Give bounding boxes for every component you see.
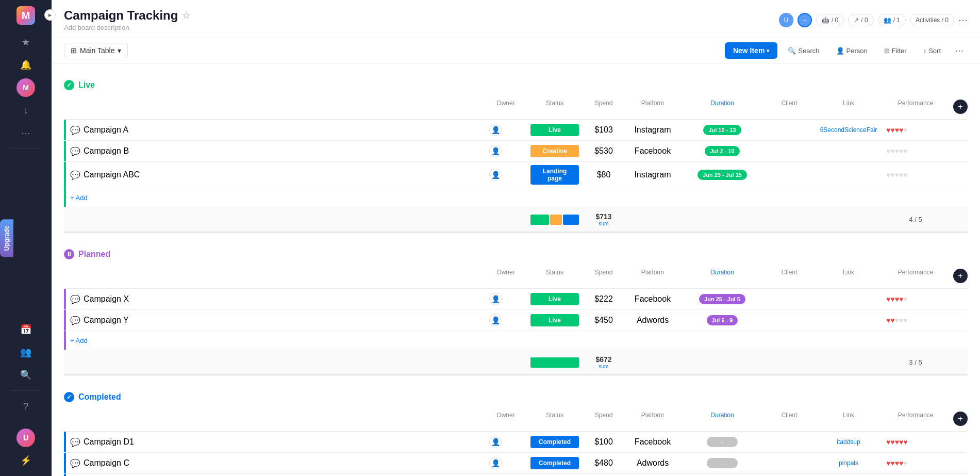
row-name-cell: 💬 Campaign B (66, 143, 485, 159)
group-completed-name: Completed (78, 392, 121, 402)
add-row-label[interactable]: + Add (66, 334, 968, 348)
row-spend-cell: $103 (583, 122, 624, 138)
owner-avatar[interactable]: 👤 (489, 457, 502, 469)
heart-3: ♥ (895, 126, 899, 134)
add-row-planned[interactable]: + Add (64, 331, 968, 350)
status-badge[interactable]: Completed (530, 457, 579, 469)
heart-3: ♥ (895, 295, 899, 303)
person-filter-button[interactable]: 👤 Person (830, 44, 874, 58)
header-actions: U → 🤖/ 0 ↗/ 0 👥/ 1 Activities / 0 ⋯ (779, 13, 968, 27)
col-add[interactable]: + (949, 408, 968, 429)
comment-icon[interactable]: 💬 (70, 437, 80, 447)
table-icon: ⊞ (71, 46, 77, 55)
comment-icon[interactable]: 💬 (70, 125, 80, 135)
row-status-cell[interactable]: Completed (526, 454, 583, 472)
app-logo[interactable]: M (16, 6, 35, 25)
row-link-cell[interactable]: pinpals (815, 456, 882, 470)
comment-icon[interactable]: 💬 (70, 170, 80, 180)
board-description[interactable]: Add board description (64, 24, 190, 31)
row-owner-cell: 👤 (485, 454, 526, 472)
status-badge[interactable]: Live (530, 314, 579, 326)
row-status-cell[interactable]: Landing page (526, 162, 583, 188)
row-name: Campaign ABC (84, 170, 140, 179)
sidebar-item-help[interactable]: ? (16, 397, 35, 416)
sidebar-item-calendar[interactable]: 📅 (16, 320, 35, 339)
group-planned-header[interactable]: ⏸ Planned (64, 245, 968, 264)
owner-avatar[interactable]: 👤 (489, 124, 502, 136)
row-status-cell[interactable]: Creative (526, 142, 583, 160)
search-button[interactable]: 🔍 Search (782, 44, 825, 58)
row-status-cell[interactable]: Live (526, 121, 583, 139)
sidebar-item-more[interactable]: ⋯ (16, 124, 35, 142)
add-row-completed[interactable]: + Add (64, 474, 968, 476)
sidebar-item-flash[interactable]: ⚡ (16, 451, 35, 470)
row-link-cell (815, 296, 882, 302)
sort-button[interactable]: ↕ Sort (917, 44, 947, 58)
sidebar-collapse-btn[interactable]: ▸ (44, 9, 56, 21)
upgrade-tab[interactable]: Upgrade (0, 219, 13, 257)
header-invite-count[interactable]: 👥/ 1 (878, 14, 906, 26)
status-badge[interactable]: Completed (530, 436, 579, 448)
sidebar-item-team[interactable]: 👥 (16, 343, 35, 362)
row-link-cell[interactable]: itaddsup (815, 435, 882, 449)
add-row-live[interactable]: + Add (64, 188, 968, 207)
add-column-btn-completed[interactable]: + (953, 412, 968, 426)
completed-col-headers: Owner Status Spend Platform Duration Cli… (64, 406, 968, 432)
new-item-button[interactable]: New Item ▾ (725, 42, 777, 59)
add-column-btn-live[interactable]: + (953, 100, 968, 114)
main-table-btn[interactable]: ⊞ Main Table ▾ (64, 43, 128, 58)
row-status-cell[interactable]: Live (526, 290, 583, 308)
header-robot-count[interactable]: 🤖/ 0 (816, 14, 844, 26)
heart-2: ♥ (890, 316, 894, 324)
row-status-cell[interactable]: Live (526, 311, 583, 330)
col-duration: Duration (681, 96, 763, 117)
comment-icon[interactable]: 💬 (70, 294, 80, 304)
header-share-count[interactable]: ↗/ 0 (848, 14, 873, 26)
heart-4: ♥ (899, 438, 903, 446)
row-link-cell (815, 317, 882, 323)
heart-2: ♥ (890, 438, 894, 446)
board-star-icon[interactable]: ☆ (182, 10, 190, 21)
comment-icon[interactable]: 💬 (70, 316, 80, 325)
status-badge[interactable]: Live (530, 124, 579, 136)
header-more-btn[interactable]: ⋯ (958, 14, 968, 26)
heart-5: ♥ (903, 171, 907, 179)
owner-avatar[interactable]: 👤 (489, 169, 502, 181)
row-link-cell[interactable]: 6SecondScienceFair (815, 123, 882, 137)
filter-button[interactable]: ⊟ Filter (878, 44, 913, 58)
owner-avatar[interactable]: 👤 (489, 145, 502, 157)
sidebar-item-notifications[interactable]: 🔔 (16, 56, 35, 74)
comment-icon[interactable]: 💬 (70, 146, 80, 156)
sidebar-item-download[interactable]: ↓ (16, 101, 35, 120)
header-activities[interactable]: Activities / 0 (910, 14, 954, 26)
col-duration: Duration (681, 266, 763, 286)
status-badge[interactable]: Live (530, 293, 579, 305)
row-perf-cell: ♥ ♥ ♥ ♥ ♥ (882, 123, 949, 137)
owner-avatar[interactable]: 👤 (489, 314, 502, 326)
group-completed-header[interactable]: ✓ Completed (64, 388, 968, 406)
toolbar-more-btn[interactable]: ⋯ (951, 43, 968, 59)
row-status-cell[interactable]: Completed (526, 433, 583, 451)
header-avatar[interactable]: U (779, 13, 793, 27)
row-name: Campaign X (84, 294, 129, 304)
user-avatar[interactable]: U (16, 429, 35, 447)
status-badge[interactable]: Landing page (530, 165, 579, 185)
sidebar-item-search[interactable]: 🔍 (16, 366, 35, 384)
col-add[interactable]: + (949, 266, 968, 286)
heart-2: ♥ (890, 459, 894, 467)
add-row-label[interactable]: + Add (66, 191, 968, 205)
sidebar-user-avatar[interactable]: M (16, 78, 35, 97)
owner-avatar[interactable]: 👤 (489, 436, 502, 448)
heart-5: ♥ (903, 147, 907, 155)
header-avatar-2[interactable]: → (798, 13, 812, 27)
status-badge[interactable]: Creative (530, 145, 579, 157)
comment-icon[interactable]: 💬 (70, 458, 80, 468)
owner-avatar[interactable]: 👤 (489, 293, 502, 305)
group-live-name: Live (78, 80, 95, 90)
col-link: Link (815, 96, 882, 117)
add-column-btn-planned[interactable]: + (953, 269, 968, 283)
group-live-header[interactable]: ✓ Live (64, 76, 968, 94)
sidebar-item-favorites[interactable]: ★ (16, 33, 35, 52)
row-perf-cell: ♥ ♥ ♥ ♥ ♥ (882, 435, 949, 449)
col-add[interactable]: + (949, 96, 968, 117)
